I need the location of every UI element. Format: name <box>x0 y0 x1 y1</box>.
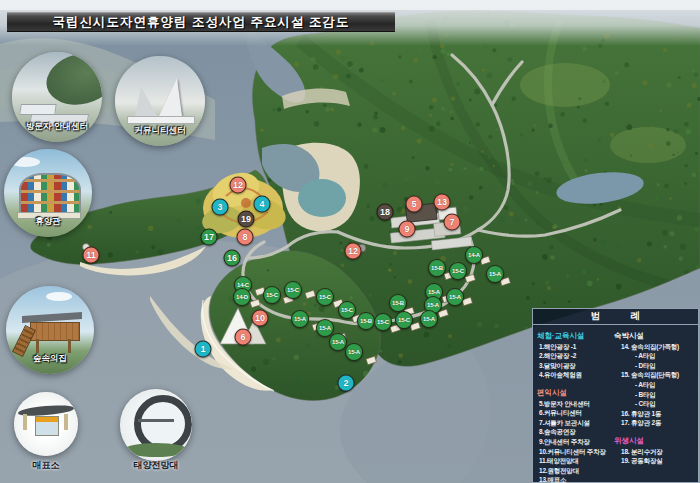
inset-photo <box>14 392 78 456</box>
inset-ticket-office <box>14 392 78 456</box>
legend-item: 1.해안광장 -1 <box>537 342 614 352</box>
legend-section-title: 위생시설 <box>614 436 695 446</box>
legend-item: - A타입 <box>614 380 695 390</box>
legend-item: - D타입 <box>614 361 695 371</box>
legend-item: 11.태양전망대 <box>537 456 614 466</box>
legend-item: 6.커뮤니티센터 <box>537 408 614 418</box>
round-observatory-graphic <box>358 244 366 252</box>
pillar-graphic <box>23 414 27 430</box>
sail-roof-graphic <box>135 86 157 116</box>
legend-column-left: 체험·교육시설1.해안광장 -12.해안광장 -23.달맞이광장4.유아숲체험원… <box>537 329 614 483</box>
inset-label: 매표소 <box>14 459 78 472</box>
legend-section-title: 편익시설 <box>537 388 614 398</box>
inset-visitor-center: 방문자 안내센터 <box>12 52 102 142</box>
legend-item: 19. 공동화장실 <box>614 456 695 466</box>
legend-item: 13.매표소 <box>537 475 614 483</box>
lagoon-pond <box>298 179 346 217</box>
legend-item: 16. 휴양관 1동 <box>614 409 695 419</box>
pillar-graphic <box>64 414 68 430</box>
cabin-stilt-graphic <box>68 339 71 353</box>
legend-item: - A타입 <box>614 351 695 361</box>
inset-label: 태양전망대 <box>120 459 192 472</box>
building-base-graphic <box>127 116 195 124</box>
legend-item: 4.유아숲체험원 <box>537 370 614 380</box>
sail-roof-graphic <box>159 78 182 116</box>
legend-item: 14. 숲속의집(가족형) <box>614 342 695 352</box>
legend-item: 8.숲속공연장 <box>537 427 614 437</box>
page-title: 국립신시도자연휴양림 조성사업 주요시설 조감도 <box>7 12 395 32</box>
inset-solar-observatory <box>120 389 192 461</box>
inset-forest-house: 숲속의집 <box>6 286 94 374</box>
legend-column-right: 숙박시설14. 숲속의집(가족형)- A타입- D타입15. 숲속의집(단독형)… <box>614 329 695 483</box>
legend-item: 17. 휴양관 2동 <box>614 418 695 428</box>
legend-item: 5.방문자 안내센터 <box>537 399 614 409</box>
legend-item: 3.달맞이광장 <box>537 361 614 371</box>
recreation-hall-graphic <box>19 173 81 215</box>
cabin-stilt-graphic <box>36 339 39 353</box>
legend-section-title: 숙박시설 <box>614 331 695 341</box>
legend-panel: 범 례 체험·교육시설1.해안광장 -12.해안광장 -23.달맞이광장4.유아… <box>532 308 699 483</box>
legend-item: - B타입 <box>614 390 695 400</box>
cloud-graphic <box>46 292 72 301</box>
kiosk-graphic <box>35 416 59 436</box>
inset-recreation-hall: 휴양관 <box>4 149 92 237</box>
aerial-plan-poster: 국립신시도자연휴양림 조성사업 주요시설 조감도 방문자 안내센터 커뮤니티센터… <box>0 0 700 483</box>
inset-photo <box>120 389 192 461</box>
inset-community-center: 커뮤니티센터 <box>115 56 205 146</box>
deck-graphic <box>138 419 174 422</box>
legend-item: 9.안내센터 주차장 <box>537 437 614 447</box>
legend-item: 7.셔틀카 보관시설 <box>537 418 614 428</box>
legend-item: - C타입 <box>614 399 695 409</box>
legend-title: 범 례 <box>533 309 698 325</box>
legend-item: 15. 숲속의집(단독형) <box>614 370 695 380</box>
solar-observatory-graphic <box>83 244 90 251</box>
legend-item: 12.원형전망대 <box>537 466 614 476</box>
legend-item: 10.커뮤니티센터 주차장 <box>537 447 614 457</box>
legend-section-title: 체험·교육시설 <box>537 331 614 341</box>
legend-item: 2.해안광장 -2 <box>537 351 614 361</box>
legend-item: 18. 분리수거장 <box>614 447 695 457</box>
